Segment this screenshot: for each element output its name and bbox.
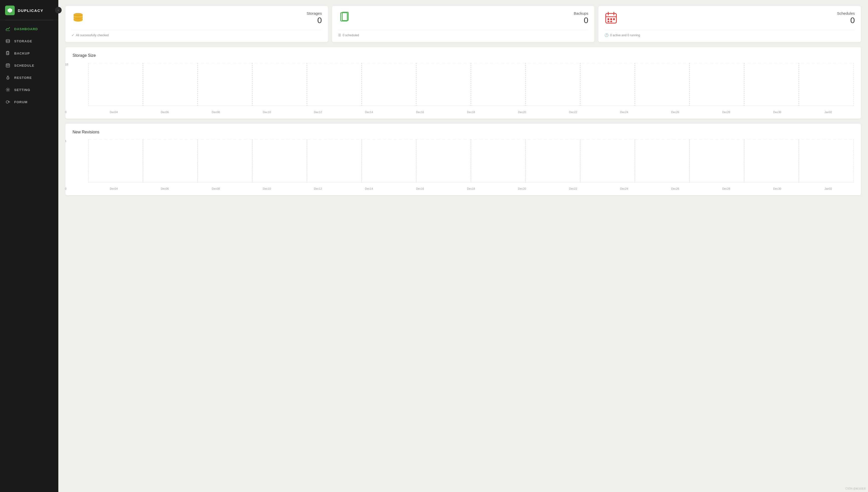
schedules-icon <box>604 11 618 26</box>
app-name: DUPLICACY <box>18 8 43 13</box>
summary-cards: Storages 0 ✓ All successfully checked <box>66 6 861 42</box>
schedule-icon <box>5 63 11 68</box>
sidebar-item-storage[interactable]: STORAGE <box>0 35 58 47</box>
storage-size-panel: Storage Size 1B 0 <box>66 47 861 119</box>
revisions-x-labels: Dec04 Dec06 Dec08 Dec10 Dec12 Dec14 Dec1… <box>88 187 854 190</box>
rev-x-label-dec24: Dec24 <box>599 187 650 190</box>
app-logo-icon <box>5 6 15 15</box>
backups-icon <box>338 11 351 26</box>
x-label-dec22: Dec22 <box>548 110 599 114</box>
sidebar-label-backup: BACKUP <box>14 51 30 55</box>
rev-x-label-jan02: Jan02 <box>803 187 854 190</box>
backups-status: 0 scheduled <box>343 33 359 37</box>
clock-icon: 🕐 <box>604 33 609 37</box>
storage-y-bottom: 0 <box>65 110 67 114</box>
x-label-dec28: Dec28 <box>701 110 751 114</box>
sidebar-label-schedule: SCHEDULE <box>14 64 34 68</box>
svg-rect-30 <box>610 21 612 22</box>
svg-point-19 <box>74 18 83 22</box>
rev-x-label-dec26: Dec26 <box>650 187 701 190</box>
list-icon: ☰ <box>338 33 341 37</box>
svg-rect-28 <box>613 18 615 20</box>
x-label-dec18: Dec18 <box>445 110 496 114</box>
svg-rect-9 <box>7 66 8 67</box>
x-label-jan02: Jan02 <box>803 110 854 114</box>
storage-size-chart <box>88 63 854 108</box>
x-label-dec16: Dec16 <box>394 110 445 114</box>
svg-marker-0 <box>8 8 12 13</box>
backups-card: Backups 0 ☰ 0 scheduled <box>332 6 595 42</box>
new-revisions-chart <box>88 140 854 185</box>
new-revisions-panel: New Revisions 1 0 <box>66 124 861 195</box>
rev-x-label-dec06: Dec06 <box>139 187 190 190</box>
rev-x-label-dec30: Dec30 <box>752 187 803 190</box>
x-label-dec04: Dec04 <box>88 110 139 114</box>
storage-y-top: 1B <box>65 63 68 66</box>
rev-x-label-dec08: Dec08 <box>190 187 241 190</box>
sidebar-item-restore[interactable]: RESTORE <box>0 72 58 84</box>
svg-rect-29 <box>607 21 609 22</box>
rev-x-label-dec22: Dec22 <box>548 187 599 190</box>
main-content: Storages 0 ✓ All successfully checked <box>58 0 868 492</box>
sidebar-item-dashboard[interactable]: DASHBOARD <box>0 23 58 35</box>
sidebar-label-restore: RESTORE <box>14 76 32 80</box>
storages-card: Storages 0 ✓ All successfully checked <box>66 6 328 42</box>
sidebar-label-setting: SETTING <box>14 88 30 92</box>
sidebar-nav: DASHBOARD STORAGE BACKUP <box>0 20 58 492</box>
storages-count: 0 <box>307 16 322 25</box>
forum-icon <box>5 99 11 105</box>
storages-status: All successfully checked <box>76 33 108 37</box>
sidebar-label-forum: FORUM <box>14 100 28 104</box>
backup-icon <box>5 50 11 56</box>
dashboard-icon <box>5 26 11 32</box>
sidebar-item-setting[interactable]: SETTING <box>0 84 58 96</box>
rev-x-label-dec28: Dec28 <box>701 187 751 190</box>
svg-rect-20 <box>341 13 347 21</box>
rev-x-label-dec04: Dec04 <box>88 187 139 190</box>
svg-rect-27 <box>610 18 612 20</box>
storage-size-title: Storage Size <box>73 53 854 58</box>
schedules-title: Schedules <box>837 11 855 16</box>
storage-icon <box>5 38 11 44</box>
restore-icon <box>5 75 11 80</box>
check-icon: ✓ <box>72 33 74 37</box>
svg-rect-26 <box>607 18 609 20</box>
storages-icon <box>72 11 85 26</box>
sidebar-item-backup[interactable]: BACKUP <box>0 47 58 59</box>
sidebar-item-schedule[interactable]: SCHEDULE <box>0 59 58 72</box>
x-label-dec06: Dec06 <box>139 110 190 114</box>
setting-icon <box>5 87 11 93</box>
svg-rect-10 <box>8 66 9 67</box>
rev-x-label-dec20: Dec20 <box>497 187 548 190</box>
rev-x-label-dec16: Dec16 <box>394 187 445 190</box>
x-label-dec20: Dec20 <box>497 110 548 114</box>
x-label-dec24: Dec24 <box>599 110 650 114</box>
new-revisions-title: New Revisions <box>73 130 854 134</box>
svg-point-17 <box>9 101 10 102</box>
backups-count: 0 <box>574 16 589 25</box>
svg-point-14 <box>7 89 9 91</box>
rev-x-label-dec14: Dec14 <box>343 187 394 190</box>
sidebar-label-storage: STORAGE <box>14 39 32 43</box>
sidebar: DUPLICACY ‹ DASHBOARD S <box>0 0 58 492</box>
svg-point-2 <box>6 40 10 41</box>
watermark: CSDN @柘涟老苏 <box>845 487 866 490</box>
schedules-count: 0 <box>837 16 855 25</box>
backups-title: Backups <box>574 11 589 16</box>
rev-x-label-dec18: Dec18 <box>445 187 496 190</box>
x-label-dec08: Dec08 <box>190 110 241 114</box>
x-label-dec12: Dec12 <box>293 110 343 114</box>
revisions-y-bottom: 0 <box>65 187 67 190</box>
revisions-y-top: 1 <box>65 140 67 143</box>
rev-x-label-dec12: Dec12 <box>293 187 343 190</box>
schedules-status: 0 active and 0 running <box>610 33 640 37</box>
svg-rect-5 <box>6 64 10 67</box>
storage-x-labels: Dec04 Dec06 Dec08 Dec10 Dec12 Dec14 Dec1… <box>88 110 854 114</box>
sidebar-logo: DUPLICACY <box>0 0 58 20</box>
sidebar-item-forum[interactable]: FORUM <box>0 96 58 108</box>
x-label-dec26: Dec26 <box>650 110 701 114</box>
rev-x-label-dec10: Dec10 <box>242 187 293 190</box>
schedules-card: Schedules 0 🕐 0 active and 0 running <box>598 6 861 42</box>
sidebar-collapse-button[interactable]: ‹ <box>55 7 61 14</box>
storages-title: Storages <box>307 11 322 16</box>
